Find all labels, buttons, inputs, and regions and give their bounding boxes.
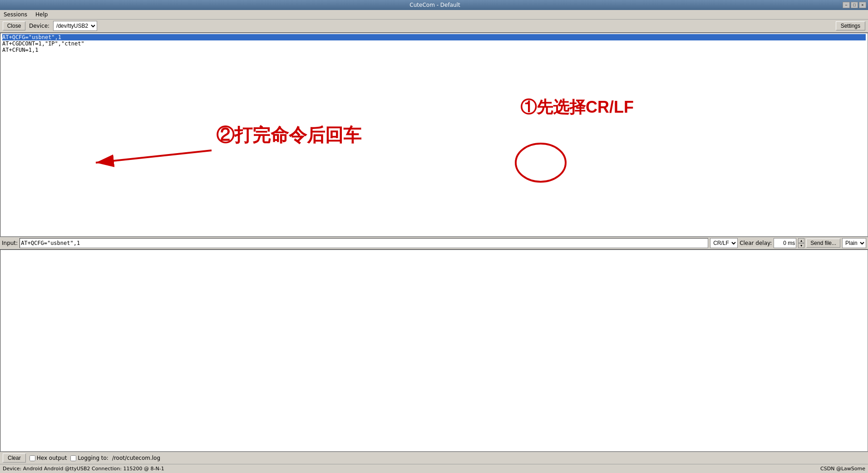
- annotation-text-1: ①先选择CR/LF: [520, 98, 634, 116]
- delay-down-button[interactable]: ▼: [798, 243, 804, 248]
- format-select[interactable]: Plain Hex: [842, 238, 866, 248]
- send-file-button[interactable]: Send file...: [806, 239, 840, 248]
- output-line-2: AT+CGDCONT=1,"IP","ctnet": [2, 40, 866, 47]
- circle-annotation: [516, 144, 566, 182]
- input-row: Input: CR/LF None CR LF Clear delay: ▲ ▼…: [0, 237, 868, 249]
- menu-sessions[interactable]: Sessions: [2, 11, 29, 18]
- delay-input[interactable]: [774, 238, 796, 248]
- arrow-line-2: [96, 150, 212, 163]
- settings-button[interactable]: Settings: [836, 21, 865, 30]
- logging-label[interactable]: Logging to:: [70, 455, 108, 461]
- minimize-button[interactable]: −: [843, 2, 850, 8]
- status-right: CSDN @LawSome: [820, 466, 865, 472]
- bottom-bar: Clear Hex output Logging to: /root/cutec…: [0, 452, 868, 464]
- annotation-text-2: ②打完命令后回车: [216, 124, 362, 145]
- crlf-select[interactable]: CR/LF None CR LF: [710, 238, 738, 248]
- delay-spinbox: ▲ ▼: [798, 238, 804, 248]
- output-line-1: AT+QCFG="usbnet",1: [2, 34, 866, 40]
- title-bar-title: CuteCom - Default: [27, 2, 843, 8]
- title-bar: CuteCom - Default − □ ×: [0, 0, 868, 10]
- input-label: Input:: [2, 240, 18, 246]
- output-area[interactable]: AT+QCFG="usbnet",1 AT+CGDCONT=1,"IP","ct…: [0, 33, 868, 237]
- menu-help[interactable]: Help: [34, 11, 49, 18]
- delay-up-button[interactable]: ▲: [798, 238, 804, 243]
- device-label: Device:: [29, 23, 49, 29]
- logging-checkbox[interactable]: [70, 455, 76, 461]
- device-select[interactable]: /dev/ttyUSB2: [53, 21, 97, 31]
- clear-button[interactable]: Clear: [3, 453, 26, 463]
- annotations-svg: ①先选择CR/LF ②打完命令后回车: [0, 33, 868, 236]
- hex-output-checkbox[interactable]: [30, 455, 35, 461]
- close-button[interactable]: ×: [859, 2, 866, 8]
- status-bar: Device: Android Android @ttyUSB2 Connect…: [0, 464, 868, 473]
- main-content: AT+QCFG="usbnet",1 AT+CGDCONT=1,"IP","ct…: [0, 33, 868, 452]
- output-line-3: AT+CFUN=1,1: [2, 47, 866, 53]
- status-left: Device: Android Android @ttyUSB2 Connect…: [3, 466, 164, 472]
- title-bar-controls: − □ ×: [843, 2, 866, 8]
- input-field[interactable]: [20, 238, 708, 248]
- toolbar: Close Device: /dev/ttyUSB2 Settings: [0, 20, 868, 33]
- menu-bar: Sessions Help: [0, 10, 868, 20]
- maximize-button[interactable]: □: [851, 2, 858, 8]
- lower-output-area[interactable]: [0, 249, 868, 452]
- clear-delay-label: Clear delay:: [740, 240, 772, 246]
- hex-output-label[interactable]: Hex output: [30, 455, 67, 461]
- logging-path: /root/cutecom.log: [112, 455, 160, 461]
- close-port-button[interactable]: Close: [3, 21, 25, 30]
